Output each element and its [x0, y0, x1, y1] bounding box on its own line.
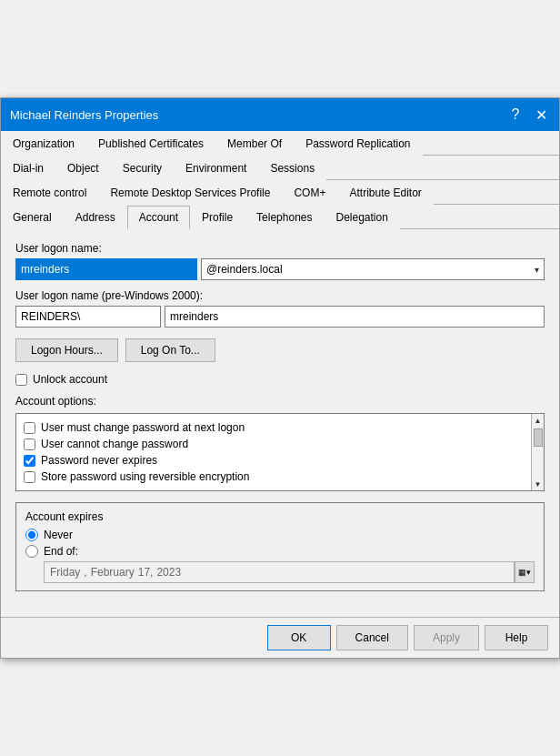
never-label: Never [44, 529, 73, 541]
help-footer-button[interactable]: Help [485, 625, 548, 650]
option-never-expires-checkbox[interactable] [24, 455, 35, 467]
option-item: User cannot change password [24, 436, 536, 452]
logon-name-group: User logon name: @reinders.local ▾ [15, 242, 545, 280]
tab-account[interactable]: Account [127, 206, 190, 229]
option-must-change-label: User must change password at next logon [41, 421, 245, 434]
tab-remote-control[interactable]: Remote control [1, 181, 98, 205]
pre2000-group: User logon name (pre-Windows 2000): [15, 289, 545, 328]
date-comma: , [84, 566, 86, 579]
tab-telephones[interactable]: Telephones [245, 206, 324, 229]
option-cannot-change-checkbox[interactable] [24, 438, 35, 450]
chevron-down-icon: ▾ [535, 265, 539, 275]
apply-button[interactable]: Apply [414, 625, 479, 650]
tab-general[interactable]: General [1, 206, 64, 229]
tabs-container: Organization Published Certificates Memb… [1, 131, 559, 229]
end-of-radio[interactable] [25, 545, 38, 558]
properties-window: Michael Reinders Properties ? ✕ Organiza… [0, 97, 560, 659]
scroll-up-icon[interactable]: ▲ [532, 414, 545, 427]
tab-content: User logon name: @reinders.local ▾ User … [1, 229, 559, 617]
tab-rdsp[interactable]: Remote Desktop Services Profile [98, 181, 282, 205]
scrollbar[interactable]: ▲ ▼ [531, 414, 544, 490]
date-field: Friday , February 17, 2023 [44, 561, 515, 583]
close-button[interactable]: ✕ [532, 106, 550, 124]
logon-name-input[interactable] [15, 258, 197, 280]
tab-object[interactable]: Object [55, 156, 111, 180]
tab-attribute-editor[interactable]: Attribute Editor [337, 181, 433, 205]
option-cannot-change-label: User cannot change password [41, 438, 188, 450]
option-item: User must change password at next logon [24, 419, 536, 436]
account-options-label: Account options: [15, 395, 545, 408]
account-options-box: User must change password at next logon … [15, 413, 545, 491]
calendar-icon[interactable]: ▦▾ [515, 561, 535, 583]
unlock-account-checkbox[interactable] [15, 374, 27, 386]
tab-member-of[interactable]: Member Of [215, 132, 294, 156]
tab-dial-in[interactable]: Dial-in [1, 156, 55, 180]
option-reversible-checkbox[interactable] [24, 471, 35, 483]
tab-com-plus[interactable]: COM+ [282, 181, 337, 205]
tab-profile[interactable]: Profile [190, 206, 245, 229]
title-bar-buttons: ? ✕ [506, 106, 550, 124]
date-input-row: Friday , February 17, 2023 ▦▾ [44, 561, 535, 583]
logon-hours-button[interactable]: Logon Hours... [15, 338, 118, 362]
scroll-thumb[interactable] [534, 428, 543, 447]
pre2000-input-row [15, 306, 545, 328]
tab-row-2: Dial-in Object Security Environment Sess… [1, 156, 559, 180]
option-never-expires-label: Password never expires [41, 454, 157, 467]
account-expires-label: Account expires [25, 510, 535, 523]
date-year: 2023 [156, 566, 181, 579]
option-reversible-label: Store password using reversible encrypti… [41, 470, 249, 483]
tab-delegation[interactable]: Delegation [325, 206, 400, 229]
cancel-button[interactable]: Cancel [336, 625, 408, 650]
logon-buttons-row: Logon Hours... Log On To... [15, 338, 545, 362]
logon-name-label: User logon name: [15, 242, 545, 255]
tab-published-certificates[interactable]: Published Certificates [86, 132, 215, 156]
end-of-radio-row: End of: [25, 545, 535, 558]
pre2000-domain-input[interactable] [15, 306, 161, 328]
unlock-account-label: Unlock account [33, 373, 107, 386]
tab-password-replication[interactable]: Password Replication [294, 132, 422, 156]
log-on-to-button[interactable]: Log On To... [125, 338, 215, 362]
end-of-label: End of: [44, 545, 78, 558]
unlock-account-row: Unlock account [15, 373, 545, 386]
domain-value: @reinders.local [206, 263, 283, 276]
logon-name-input-row: @reinders.local ▾ [15, 258, 545, 280]
domain-dropdown[interactable]: @reinders.local ▾ [201, 258, 545, 280]
option-item: Store password using reversible encrypti… [24, 469, 536, 485]
pre2000-user-input[interactable] [165, 306, 545, 328]
tab-address[interactable]: Address [64, 206, 127, 229]
tab-security[interactable]: Security [111, 156, 174, 180]
scroll-down-icon[interactable]: ▼ [532, 478, 545, 490]
ok-button[interactable]: OK [267, 625, 331, 650]
tab-row-4: General Address Account Profile Telephon… [1, 205, 559, 228]
options-list: User must change password at next logon … [24, 419, 536, 485]
help-button[interactable]: ? [506, 106, 525, 124]
option-item: Password never expires [24, 452, 536, 469]
account-expires-section: Account expires Never End of: Friday , F… [15, 502, 545, 591]
tab-sessions[interactable]: Sessions [258, 156, 326, 180]
window-title: Michael Reinders Properties [10, 108, 158, 122]
never-radio[interactable] [25, 529, 38, 541]
tab-organization[interactable]: Organization [1, 132, 86, 156]
title-bar: Michael Reinders Properties ? ✕ [1, 98, 559, 131]
pre2000-label: User logon name (pre-Windows 2000): [15, 289, 545, 302]
footer: OK Cancel Apply Help [1, 617, 559, 658]
never-radio-row: Never [25, 529, 535, 541]
date-day: Friday [50, 566, 80, 579]
date-day-num: 17, [138, 566, 154, 579]
tab-row-1: Organization Published Certificates Memb… [1, 131, 559, 156]
date-month: February [91, 566, 135, 579]
tab-row-3: Remote control Remote Desktop Services P… [1, 180, 559, 205]
option-must-change-checkbox[interactable] [24, 422, 35, 434]
tab-environment[interactable]: Environment [174, 156, 258, 180]
